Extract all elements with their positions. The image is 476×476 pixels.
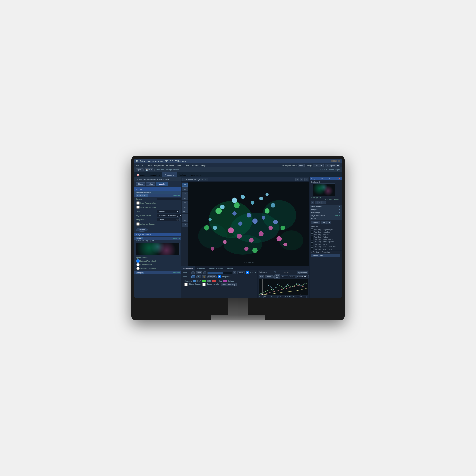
record-button[interactable]: Record bbox=[311, 221, 320, 224]
strip-profile-button[interactable]: Pro bbox=[182, 201, 188, 205]
tool-pan[interactable]: ✋ bbox=[202, 275, 206, 278]
view-settings-button[interactable]: ⚙ bbox=[304, 178, 308, 181]
hist-current-select[interactable]: Current bbox=[296, 275, 307, 278]
flow-item-8[interactable]: Flow Step - Save & Close Im... bbox=[310, 248, 342, 250]
flow-checkbox-0[interactable] bbox=[311, 228, 313, 230]
flow-item-4[interactable]: Flow Step - Ortho Proj Auto... bbox=[310, 238, 342, 240]
menu-file[interactable]: File bbox=[136, 164, 139, 167]
image-container[interactable]: ✓ Show All bbox=[188, 182, 309, 266]
close-button[interactable]: ✕ bbox=[338, 160, 340, 162]
menu-window[interactable]: Window bbox=[192, 164, 199, 167]
flow-item-6[interactable]: Flow Step - Rotate bbox=[310, 243, 342, 245]
tab-acquisition[interactable]: Acquisition bbox=[148, 172, 162, 177]
gamma-input[interactable] bbox=[277, 296, 284, 298]
view-info-button[interactable]: ℹ bbox=[300, 178, 303, 181]
microscope-section[interactable]: Microscope ▶ bbox=[310, 211, 342, 214]
stop-button[interactable]: ■ bbox=[327, 221, 331, 224]
menu-graphics[interactable]: Graphics bbox=[166, 164, 174, 167]
run-button[interactable]: Run bbox=[321, 221, 327, 224]
strip-util-button[interactable]: Utl bbox=[182, 223, 188, 227]
flow-checkbox-3[interactable] bbox=[311, 236, 313, 238]
tab-display[interactable]: Display bbox=[225, 266, 235, 270]
strip-analysis-button[interactable]: Ana bbox=[182, 214, 188, 218]
black-input[interactable] bbox=[263, 296, 270, 298]
tool-pointer[interactable]: ↖ bbox=[191, 275, 195, 278]
zoom-fit-button[interactable]: ⟨ bbox=[191, 271, 195, 274]
flow-item-7[interactable]: Flow Step - Save & Close Doc bbox=[310, 245, 342, 248]
macro-editor-button[interactable]: Macro Editor... bbox=[311, 254, 340, 257]
remain-current-radio[interactable] bbox=[136, 267, 140, 270]
tab-graphics[interactable]: Graphics bbox=[195, 266, 207, 270]
macro-section[interactable]: Macro bbox=[310, 217, 342, 220]
cryo-temp-section[interactable]: Cryo Temperature Show all bbox=[310, 214, 342, 217]
white-input[interactable] bbox=[297, 296, 307, 298]
reset-button[interactable]: Reset bbox=[298, 164, 305, 167]
reg-method-select[interactable]: Translation + No Scaling bbox=[157, 214, 181, 217]
hist-bestfit-button[interactable]: Best Fit bbox=[274, 274, 280, 279]
switch-output-radio[interactable] bbox=[136, 263, 140, 266]
tab-processing[interactable]: Processing bbox=[162, 172, 177, 177]
auto-fit-checkbox[interactable] bbox=[246, 271, 249, 274]
design-select[interactable]: Dark bbox=[313, 164, 324, 167]
hist-auto-button[interactable]: Auto bbox=[259, 275, 264, 278]
single-channel-checkbox[interactable] bbox=[184, 283, 188, 286]
image-tab-close[interactable]: ✕ bbox=[204, 178, 206, 181]
navigator-button[interactable]: Navigator bbox=[207, 275, 217, 278]
strip-gallery-button[interactable]: Gal bbox=[182, 192, 188, 196]
output-show-all[interactable]: Show All bbox=[173, 272, 180, 274]
menu-help[interactable]: Help bbox=[201, 164, 205, 167]
view-grid-button[interactable]: ⊞ bbox=[295, 178, 299, 181]
zoom-out-button[interactable]: - bbox=[203, 271, 206, 274]
range-indicator-checkbox[interactable] bbox=[202, 283, 206, 286]
open-button[interactable]: Open... bbox=[136, 168, 144, 171]
file-thumbnail[interactable] bbox=[313, 183, 335, 196]
defaults-button[interactable]: Defaults bbox=[136, 228, 148, 232]
strip-info-button[interactable]: Inf bbox=[182, 218, 188, 222]
strip-3d-button[interactable]: 3D bbox=[182, 187, 188, 191]
image-tab-main[interactable]: 10x 96well sin...ge.czi ✕ bbox=[182, 178, 208, 181]
menu-tools[interactable]: Tools bbox=[185, 164, 189, 167]
single-button[interactable]: Single bbox=[136, 182, 145, 186]
zoom-slider[interactable] bbox=[207, 272, 232, 274]
tab-analysis[interactable]: Analysis bbox=[177, 172, 189, 177]
load-transform-checkbox[interactable] bbox=[136, 201, 140, 205]
interp-select[interactable]: Linear bbox=[157, 218, 180, 221]
menu-macro[interactable]: Macro bbox=[177, 164, 182, 167]
input-show-all[interactable]: Show All bbox=[173, 237, 180, 239]
file-action-3[interactable]: □ bbox=[318, 201, 322, 204]
interpolation-checkbox[interactable] bbox=[218, 275, 221, 278]
cryo-show-all[interactable]: Show all bbox=[334, 215, 340, 217]
zen-connect-section[interactable]: ZEN Connect ▶ bbox=[310, 205, 342, 208]
save-transform-checkbox[interactable] bbox=[136, 206, 140, 209]
properties-radio-option[interactable]: ○ Properties bbox=[320, 251, 330, 253]
apply-button[interactable]: Apply bbox=[156, 182, 168, 186]
adjust-per-channel-checkbox[interactable] bbox=[136, 222, 140, 226]
tab-applications[interactable]: Applications bbox=[189, 172, 204, 177]
flow-checkbox-5[interactable] bbox=[311, 241, 313, 243]
tab-locate[interactable]: 🎯 Locate bbox=[134, 172, 148, 177]
menu-acquisition[interactable]: Acquisition bbox=[154, 164, 164, 167]
strip-fret-button[interactable]: FRT bbox=[182, 209, 188, 213]
set-auto-radio[interactable] bbox=[136, 259, 140, 263]
spline-mode-button[interactable]: Spline Mode bbox=[297, 271, 308, 274]
quality-select[interactable]: Medium bbox=[157, 210, 180, 213]
menu-edit[interactable]: Edit bbox=[142, 164, 145, 167]
minimize-button[interactable]: ─ bbox=[331, 160, 334, 162]
settings-input[interactable] bbox=[157, 198, 181, 200]
flow-checkbox-4[interactable] bbox=[311, 238, 313, 240]
quick-color-button[interactable]: Quick Color Setup bbox=[221, 283, 237, 286]
flow-checkbox-2[interactable] bbox=[311, 233, 313, 235]
flow-checkbox-1[interactable] bbox=[311, 231, 313, 233]
tab-custom-graphics[interactable]: Custom Graphics bbox=[207, 266, 225, 270]
hist-minmax-button[interactable]: Min/Max bbox=[265, 275, 274, 278]
flow-item-0[interactable]: Flow Step - Image Analysis bbox=[310, 228, 342, 231]
tab-dimensions[interactable]: Dimensions bbox=[181, 266, 195, 270]
file-action-4[interactable]: ✕ bbox=[322, 201, 326, 204]
flow-item-2[interactable]: Flow Step - Lowpass bbox=[310, 233, 342, 236]
images-docs-pin[interactable]: 📌 bbox=[338, 178, 340, 180]
zoom-in-button[interactable]: + bbox=[233, 271, 236, 274]
bioguite-section[interactable]: Bioguite ▶ bbox=[310, 208, 342, 211]
flow-item-3[interactable]: Flow Step - Median bbox=[310, 236, 342, 238]
strip-coloc-button[interactable]: Col bbox=[182, 205, 188, 209]
flow-checkbox-6[interactable] bbox=[311, 243, 313, 245]
